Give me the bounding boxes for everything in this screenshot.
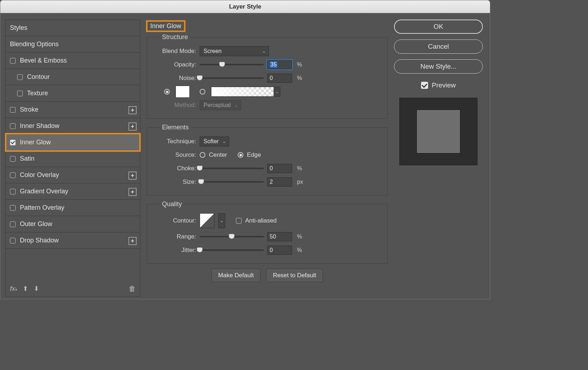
- sidebar-item-label: Outer Glow: [20, 220, 52, 228]
- add-gradient-overlay-icon[interactable]: +: [129, 188, 136, 196]
- source-center-radio[interactable]: [200, 152, 205, 158]
- sidebar-item-color-overlay[interactable]: Color Overlay +: [6, 167, 140, 183]
- size-input[interactable]: 2: [267, 177, 292, 187]
- sidebar-item-contour[interactable]: Contour: [6, 69, 140, 85]
- checkbox-outer-glow[interactable]: [10, 221, 16, 227]
- sidebar-item-pattern-overlay[interactable]: Pattern Overlay: [6, 200, 140, 216]
- checkbox-bevel-emboss[interactable]: [10, 58, 16, 64]
- size-slider[interactable]: [200, 181, 264, 183]
- quality-group: Quality Contour: ⌄ Anti-aliased Range: 5…: [147, 200, 388, 264]
- settings-panel: Inner Glow Structure Blend Mode: Screen …: [147, 20, 388, 297]
- preview-swatch: [417, 110, 460, 153]
- method-label: Method:: [153, 102, 196, 109]
- sidebar-item-label: Bevel & Emboss: [20, 57, 67, 64]
- reset-default-button[interactable]: Reset to Default: [266, 269, 323, 282]
- checkbox-gradient-overlay[interactable]: [10, 189, 16, 194]
- opacity-unit: %: [297, 61, 306, 68]
- chevron-down-icon[interactable]: ⌄: [274, 87, 280, 96]
- checkbox-inner-glow[interactable]: [10, 140, 16, 145]
- preview-checkbox[interactable]: [421, 82, 428, 89]
- contour-picker[interactable]: [200, 213, 215, 228]
- styles-sidebar: Styles Blending Options Bevel & Emboss C…: [5, 20, 140, 297]
- add-inner-shadow-icon[interactable]: +: [129, 123, 136, 130]
- sidebar-item-gradient-overlay[interactable]: Gradient Overlay +: [6, 183, 140, 200]
- checkbox-drop-shadow[interactable]: [10, 238, 16, 243]
- quality-legend: Quality: [160, 200, 184, 208]
- sidebar-item-inner-glow[interactable]: Inner Glow: [6, 134, 140, 151]
- opacity-label: Opacity:: [153, 61, 196, 68]
- sidebar-item-label: Stroke: [20, 106, 38, 113]
- sidebar-styles-label: Styles: [10, 24, 27, 32]
- add-stroke-icon[interactable]: +: [129, 106, 136, 114]
- panel-title: Inner Glow: [147, 21, 185, 31]
- choke-input[interactable]: 0: [267, 164, 292, 173]
- window-title: Layer Style: [229, 3, 261, 10]
- checkbox-contour[interactable]: [17, 74, 23, 80]
- anti-aliased-label: Anti-aliased: [245, 217, 277, 224]
- noise-unit: %: [297, 75, 306, 81]
- sidebar-item-label: Gradient Overlay: [20, 188, 68, 195]
- sidebar-item-label: Inner Shadow: [20, 122, 59, 130]
- sidebar-item-stroke[interactable]: Stroke +: [6, 102, 140, 118]
- new-style-button[interactable]: New Style...: [394, 59, 483, 74]
- blend-mode-label: Blend Mode:: [153, 48, 196, 55]
- size-unit: px: [297, 179, 306, 185]
- move-down-icon[interactable]: ⬇: [34, 285, 39, 293]
- sidebar-item-satin[interactable]: Satin: [6, 151, 140, 167]
- add-color-overlay-icon[interactable]: +: [129, 172, 136, 179]
- sidebar-item-label: Color Overlay: [20, 171, 59, 179]
- sidebar-footer: fx▾ ⬆ ⬇ 🗑: [6, 281, 140, 296]
- checkbox-pattern-overlay[interactable]: [10, 205, 16, 211]
- checkbox-satin[interactable]: [10, 156, 16, 162]
- noise-input[interactable]: 0: [267, 74, 292, 83]
- elements-legend: Elements: [160, 124, 191, 131]
- checkbox-color-overlay[interactable]: [10, 172, 16, 178]
- blend-mode-select[interactable]: Screen ⌄: [200, 46, 269, 56]
- make-default-button[interactable]: Make Default: [211, 269, 260, 282]
- contour-chevron-icon[interactable]: ⌄: [218, 213, 225, 228]
- choke-slider[interactable]: [200, 168, 264, 169]
- jitter-label: Jitter:: [153, 247, 196, 254]
- noise-slider[interactable]: [200, 77, 264, 79]
- trash-icon[interactable]: 🗑: [129, 285, 136, 293]
- sidebar-item-inner-shadow[interactable]: Inner Shadow +: [6, 118, 140, 134]
- sidebar-styles-header[interactable]: Styles: [6, 20, 140, 36]
- checkbox-texture[interactable]: [17, 91, 23, 96]
- technique-select[interactable]: Softer ⌄: [200, 136, 229, 146]
- gradient-source-radio[interactable]: [200, 89, 205, 95]
- jitter-slider[interactable]: [200, 250, 264, 251]
- add-drop-shadow-icon[interactable]: +: [129, 237, 136, 245]
- source-edge-radio[interactable]: [238, 152, 243, 158]
- sidebar-item-outer-glow[interactable]: Outer Glow: [6, 216, 140, 232]
- opacity-slider[interactable]: [200, 64, 264, 65]
- structure-group: Structure Blend Mode: Screen ⌄ Opacity: …: [147, 33, 388, 119]
- dialog-actions: OK Cancel New Style... Preview: [394, 20, 483, 297]
- checkbox-inner-shadow[interactable]: [10, 123, 16, 129]
- range-input[interactable]: 50: [267, 232, 292, 241]
- range-slider[interactable]: [200, 236, 264, 237]
- sidebar-item-label: Pattern Overlay: [20, 204, 64, 211]
- chevron-down-icon: ⌄: [262, 49, 266, 54]
- sidebar-item-bevel-emboss[interactable]: Bevel & Emboss: [6, 53, 140, 69]
- choke-label: Choke:: [153, 165, 196, 172]
- sidebar-item-label: Satin: [20, 155, 34, 162]
- cancel-button[interactable]: Cancel: [394, 39, 483, 54]
- range-unit: %: [297, 234, 306, 240]
- checkbox-stroke[interactable]: [10, 107, 16, 113]
- source-edge-label: Edge: [247, 151, 261, 159]
- anti-aliased-checkbox[interactable]: [236, 218, 242, 224]
- move-up-icon[interactable]: ⬆: [23, 285, 28, 293]
- sidebar-item-label: Contour: [27, 73, 50, 81]
- ok-button[interactable]: OK: [394, 20, 483, 34]
- sidebar-item-drop-shadow[interactable]: Drop Shadow +: [6, 232, 140, 249]
- sidebar-item-texture[interactable]: Texture: [6, 85, 140, 102]
- color-source-radio[interactable]: [164, 89, 170, 95]
- fx-menu-icon[interactable]: fx▾: [10, 285, 17, 293]
- chevron-down-icon: ⌄: [222, 139, 226, 144]
- sidebar-blending-options[interactable]: Blending Options: [6, 36, 140, 53]
- glow-gradient-well[interactable]: ⌄: [211, 87, 280, 97]
- jitter-input[interactable]: 0: [267, 246, 292, 255]
- source-center-label: Center: [209, 151, 227, 159]
- glow-color-well[interactable]: [176, 86, 190, 98]
- opacity-input[interactable]: 35: [267, 60, 292, 69]
